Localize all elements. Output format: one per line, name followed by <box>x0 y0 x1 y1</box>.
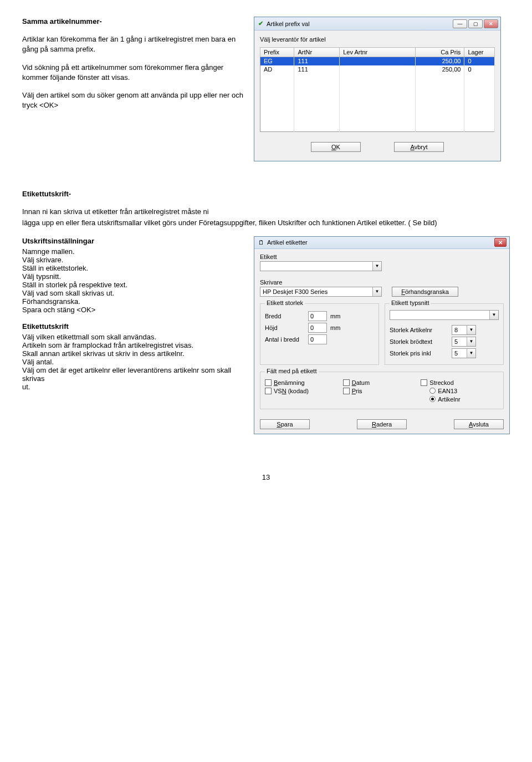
section2-p1a: Innan ni kan skriva ut etiketter från ar… <box>22 207 510 217</box>
inst-line: Förhandsgranska. <box>22 297 244 306</box>
cell: 111 <box>294 65 340 74</box>
lbl-streckod: Streckod <box>429 379 453 386</box>
lbl-hojd: Höjd <box>265 324 308 331</box>
table-row <box>260 107 495 115</box>
col-artnr[interactable]: ArtNr <box>294 48 340 57</box>
prefix-table[interactable]: Prefix ArtNr Lev Artnr Ca Pris Lager EG … <box>260 47 495 132</box>
chevron-down-icon: ▼ <box>372 262 381 271</box>
chk-vsn[interactable] <box>265 388 272 394</box>
chevron-down-icon: ▼ <box>467 337 475 346</box>
grp-typsnitt: Etikett typsnitt ▼ Storlek Artikelnr 8▼ … <box>385 303 504 365</box>
cell <box>340 65 415 74</box>
inst-line: Ställ in storlek på respektive text. <box>22 281 244 289</box>
lbl-bredd: Bredd <box>265 313 308 319</box>
lbl-skrivare: Skrivare <box>260 279 382 286</box>
grp-falt: Fält med på etikett Benämning VSN (kodad… <box>260 372 504 409</box>
chevron-down-icon: ▼ <box>489 311 498 319</box>
chevron-down-icon: ▼ <box>467 349 475 358</box>
chk-pris[interactable] <box>343 388 350 394</box>
sub-utskriftsinst: Utskriftsinställningar <box>22 236 244 246</box>
unit-mm: mm <box>330 324 340 331</box>
chevron-down-icon: ▼ <box>372 287 381 296</box>
lbl-artikelnr: Artikelnr <box>438 396 460 403</box>
check-icon: ✔ <box>257 20 264 27</box>
chk-benamning[interactable] <box>265 379 272 386</box>
close-button[interactable]: ✕ <box>494 238 507 247</box>
col-prefix[interactable]: Prefix <box>260 48 294 57</box>
radio-artikelnr[interactable] <box>429 396 436 402</box>
prefix-dialog-subtitle: Välj leverantör för artikel <box>260 36 495 43</box>
cell: 250,00 <box>415 65 464 74</box>
inst-line: Välj vilken etikettmall som skall använd… <box>22 333 244 341</box>
table-row[interactable]: AD 111 250,00 0 <box>260 65 495 74</box>
lbl-sbrod: Storlek brödtext <box>390 338 452 345</box>
cell: AD <box>260 65 294 74</box>
inst-line: Spara och stäng <OK> <box>22 306 244 314</box>
inst-line: ut. <box>22 383 244 391</box>
table-row <box>260 124 495 132</box>
cell: EG <box>260 57 294 65</box>
bredd-input[interactable]: 0 <box>308 311 327 321</box>
ok-button[interactable]: OK <box>311 142 361 152</box>
sart-combo[interactable]: 8▼ <box>452 325 476 335</box>
page-number: 13 <box>22 473 510 481</box>
table-row <box>260 99 495 107</box>
cell <box>340 57 415 65</box>
section1-p2: Vid sökning på ett artikelnummer som för… <box>22 63 244 83</box>
spris-combo[interactable]: 5▼ <box>452 348 476 358</box>
close-button[interactable]: ✕ <box>484 19 498 28</box>
inst-line: Namnge mallen. <box>22 247 244 256</box>
lbl-antal: Antal i bredd <box>265 336 308 343</box>
grp-typsnitt-title: Etikett typsnitt <box>390 299 431 306</box>
table-row <box>260 74 495 82</box>
inst-line: Välj skrivare. <box>22 256 244 264</box>
grp-storlek-title: Etikett storlek <box>265 299 305 306</box>
exit-button[interactable]: Avsluta <box>454 419 504 429</box>
typsnitt-combo[interactable]: ▼ <box>390 310 499 320</box>
grp-falt-title: Fält med på etikett <box>265 368 319 374</box>
inst-line: Välj antal. <box>22 358 244 366</box>
minimize-button[interactable]: — <box>453 19 467 28</box>
maximize-button[interactable]: ▢ <box>468 19 483 28</box>
etikett-dialog-titlebar: 🗒 Artikel etiketter ✕ <box>254 237 509 249</box>
section2-p1b: lägga upp en eller flera utskriftsmallar… <box>22 218 510 228</box>
skrivare-value: HP Deskjet F300 Series <box>260 288 372 295</box>
lbl-spris: Storlek pris inkl <box>390 350 452 357</box>
inst-line: Välj vad som skall skrivas ut. <box>22 289 244 297</box>
cell: 250,00 <box>415 57 464 65</box>
inst-line: Ställ in etikettstorlek. <box>22 264 244 272</box>
save-button[interactable]: Spara <box>260 419 310 429</box>
radio-ean13[interactable] <box>429 388 436 394</box>
chk-datum[interactable] <box>343 379 350 386</box>
preview-button[interactable]: Förhandsgranska <box>392 287 458 297</box>
hojd-input[interactable]: 0 <box>308 323 327 333</box>
delete-button[interactable]: Radera <box>357 419 407 429</box>
inst-line: Välj om det är eget artikelnr eller leve… <box>22 366 244 383</box>
col-capris[interactable]: Ca Pris <box>415 48 464 57</box>
skrivare-combo[interactable]: HP Deskjet F300 Series ▼ <box>260 287 382 297</box>
section1-heading: Samma artikelnummer- <box>22 17 244 27</box>
table-row <box>260 115 495 124</box>
sbrod-combo[interactable]: 5▼ <box>452 337 476 347</box>
etikett-combo[interactable]: ▼ <box>260 261 382 271</box>
col-lager[interactable]: Lager <box>464 48 495 57</box>
label-icon: 🗒 <box>257 239 265 246</box>
inst-line: Skall annan artikel skrivas ut skriv in … <box>22 349 244 358</box>
cell: 111 <box>294 57 340 65</box>
grp-storlek: Etikett storlek Bredd 0 mm Höjd 0 mm Ant… <box>260 303 379 365</box>
cell: 0 <box>464 65 495 74</box>
prefix-dialog: ✔ Artikel prefix val — ▢ ✕ Välj leverant… <box>254 17 501 161</box>
sub-etikettutskrift: Etikettutskrift <box>22 322 244 332</box>
table-row <box>260 90 495 99</box>
table-row[interactable]: EG 111 250,00 0 <box>260 57 495 65</box>
lbl-ean13: EAN13 <box>438 388 457 394</box>
cell: 0 <box>464 57 495 65</box>
col-levartnr[interactable]: Lev Artnr <box>340 48 415 57</box>
prefix-dialog-title: Artikel prefix val <box>267 21 310 27</box>
table-row <box>260 82 495 90</box>
cancel-button[interactable]: Avbryt <box>394 142 444 152</box>
chk-streckod[interactable] <box>421 379 427 386</box>
chevron-down-icon: ▼ <box>467 326 475 334</box>
antal-input[interactable]: 0 <box>308 334 327 344</box>
etikett-dialog-title: Artikel etiketter <box>267 239 308 246</box>
